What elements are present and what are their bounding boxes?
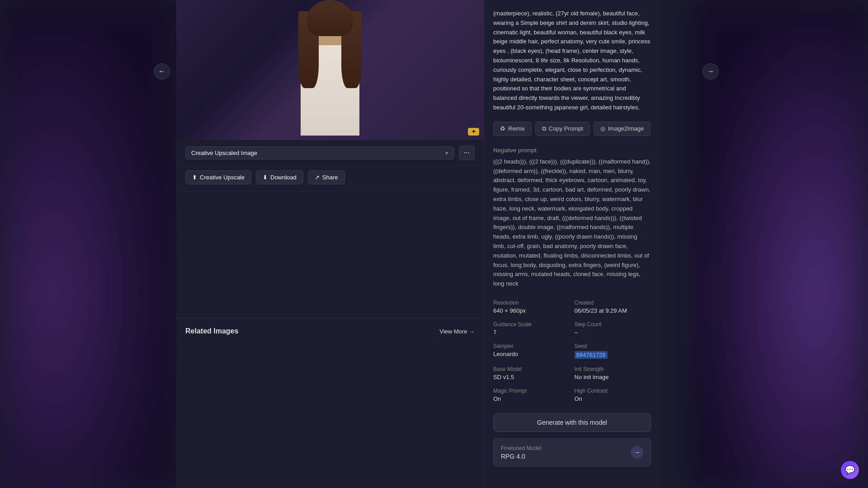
related-section: Related Images View More → — [176, 318, 484, 344]
init-strength-item: Init Strength No init image — [575, 366, 651, 380]
arrow-right-icon: → — [634, 449, 640, 456]
share-icon: ↗ — [315, 174, 320, 181]
upscale-badge: ✦ — [468, 128, 479, 136]
image2image-button[interactable]: ◎ Image2Image — [594, 122, 651, 136]
guidance-scale-item: Guidance Scale 7 — [493, 321, 570, 336]
step-count-value: – — [575, 329, 651, 336]
download-icon: ⬇ — [263, 174, 268, 181]
upscale-icon: ⬆ — [192, 174, 197, 181]
magic-prompt-item: Magic Prompt On — [493, 388, 570, 402]
copy-icon: ⧉ — [542, 125, 546, 132]
left-arrow-icon: ← — [158, 67, 165, 75]
resolution-item: Resolution 640 × 960px — [493, 300, 570, 314]
remix-button[interactable]: ♻ Remix — [493, 122, 532, 136]
remix-icon: ♻ — [500, 125, 505, 132]
image2image-label: Image2Image — [608, 125, 644, 132]
chat-icon: 💬 — [845, 465, 855, 475]
step-count-item: Step Count – — [575, 321, 651, 336]
creative-upscale-button[interactable]: ⬆ Creative Upscale — [185, 170, 251, 184]
magic-prompt-value: On — [493, 395, 570, 402]
negative-prompt-label: Negative prompt: — [493, 147, 651, 154]
high-contrast-label: High Contrast — [575, 388, 651, 394]
copy-prompt-button[interactable]: ⧉ Copy Prompt — [535, 122, 590, 136]
portrait-image — [280, 2, 380, 138]
image-type-dropdown[interactable]: Creative Upscaled Image ▾ — [185, 146, 454, 160]
finetuned-label: Finetuned Model — [501, 445, 541, 451]
resolution-label: Resolution — [493, 300, 570, 306]
magic-prompt-label: Magic Prompt — [493, 388, 570, 394]
init-strength-value: No init image — [575, 374, 651, 380]
right-panel: (masterpiece), realistic, (27yr old fema… — [484, 0, 660, 488]
bg-blur-left — [0, 0, 176, 488]
generate-with-model-button[interactable]: Generate with this model — [493, 413, 651, 432]
metadata-grid: Resolution 640 × 960px Created 06/05/23 … — [493, 300, 651, 402]
image2image-icon: ◎ — [600, 125, 605, 132]
resolution-value: 640 × 960px — [493, 307, 570, 314]
finetuned-value: RPG 4.0 — [501, 453, 541, 460]
creative-upscale-label: Creative Upscale — [200, 174, 245, 181]
guidance-scale-label: Guidance Scale — [493, 321, 570, 328]
base-model-label: Base Model — [493, 366, 570, 372]
created-value: 06/05/23 at 9:29 AM — [575, 307, 651, 314]
nav-arrow-right[interactable]: → — [703, 63, 719, 80]
finetuned-model-card[interactable]: Finetuned Model RPG 4.0 → — [493, 438, 651, 467]
base-model-value: SD v1.5 — [493, 374, 570, 380]
prompt-actions: ♻ Remix ⧉ Copy Prompt ◎ Image2Image — [493, 122, 651, 136]
seed-item: Seed 894761728 — [575, 343, 651, 359]
created-label: Created — [575, 300, 651, 306]
finetuned-arrow-button[interactable]: → — [631, 446, 643, 459]
view-more-link[interactable]: View More → — [439, 328, 475, 335]
main-image: ✦ — [176, 0, 484, 140]
step-count-label: Step Count — [575, 321, 651, 328]
high-contrast-value: On — [575, 395, 651, 402]
remix-label: Remix — [508, 125, 525, 132]
image-controls-bar: Creative Upscaled Image ▾ ··· — [176, 140, 484, 166]
finetuned-info: Finetuned Model RPG 4.0 — [501, 445, 541, 460]
prompt-text: (masterpiece), realistic, (27yr old fema… — [493, 9, 651, 113]
sampler-item: Sampler Leonardo — [493, 343, 570, 359]
support-chat-button[interactable]: 💬 — [841, 461, 859, 479]
download-button[interactable]: ⬇ Download — [256, 170, 303, 184]
seed-value[interactable]: 894761728 — [575, 351, 608, 359]
image-section: ✦ — [176, 0, 484, 140]
related-header: Related Images View More → — [185, 327, 475, 335]
download-label: Download — [270, 174, 297, 181]
dropdown-label: Creative Upscaled Image — [191, 150, 257, 156]
negative-prompt-text: (((2 heads))), (((2 face))), (((duplicat… — [493, 157, 651, 289]
hair-top — [307, 0, 353, 36]
share-label: Share — [322, 174, 338, 181]
chevron-down-icon: ▾ — [445, 150, 448, 156]
nav-arrow-left[interactable]: ← — [154, 63, 170, 80]
high-contrast-item: High Contrast On — [575, 388, 651, 402]
right-arrow-icon: → — [707, 67, 714, 75]
more-options-button[interactable]: ··· — [459, 145, 475, 160]
related-images-title: Related Images — [185, 327, 238, 335]
sampler-value: Leonardo — [493, 351, 570, 357]
guidance-scale-value: 7 — [493, 329, 570, 336]
center-column: ✦ Creative Upscaled Image ▾ ··· ⬆ Creati… — [176, 0, 484, 488]
share-button[interactable]: ↗ Share — [308, 170, 345, 184]
seed-label: Seed — [575, 343, 651, 349]
base-model-item: Base Model SD v1.5 — [493, 366, 570, 380]
generate-btn-label: Generate with this model — [537, 419, 607, 426]
sampler-label: Sampler — [493, 343, 570, 349]
created-item: Created 06/05/23 at 9:29 AM — [575, 300, 651, 314]
action-buttons-bar: ⬆ Creative Upscale ⬇ Download ↗ Share — [176, 166, 484, 191]
copy-prompt-label: Copy Prompt — [549, 125, 583, 132]
init-strength-label: Init Strength — [575, 366, 651, 372]
